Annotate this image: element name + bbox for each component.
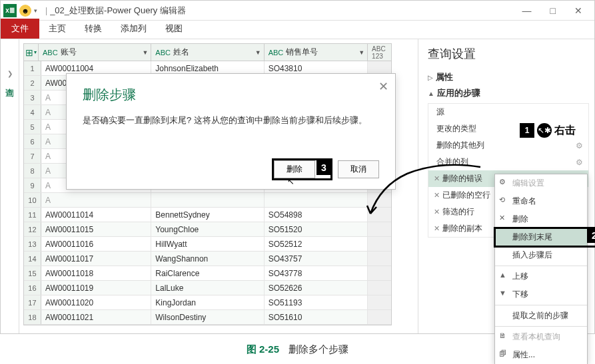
cell-extra (368, 193, 391, 207)
cell-extra (368, 237, 391, 251)
tab-file[interactable]: 文件 (1, 19, 39, 39)
section-properties[interactable]: ▷属性 (428, 71, 589, 83)
tab-home[interactable]: 主页 (39, 19, 75, 39)
context-menu-item[interactable]: 🗐属性... (495, 346, 587, 364)
type-icon: ABC (155, 49, 171, 57)
context-menu-item[interactable]: 删除到末尾2 (495, 228, 587, 246)
cell-order[interactable]: SO43757 (265, 252, 368, 266)
table-row[interactable]: 13AW00011016HillWyattSO52512 (24, 237, 391, 252)
column-overflow[interactable]: ABC 123 (368, 44, 391, 61)
cell-name[interactable] (151, 193, 264, 207)
table-row[interactable]: 15AW00011018RaiClarenceSO43778 (24, 266, 391, 281)
table-row[interactable]: 11AW00011014BennettSydneySO54898 (24, 208, 391, 222)
grid-area: ⊞▾ ABC账号▼ ABC姓名▼ ABC销售单号▼ ABC 123 1AW000… (19, 39, 418, 333)
menu-item-icon: ⚙ (499, 178, 506, 186)
delete-step-icon[interactable]: ✕ (434, 208, 440, 216)
dialog-close-icon[interactable]: ✕ (378, 79, 388, 94)
cell-name[interactable]: WilsonDestiny (151, 310, 264, 324)
menu-item-icon: ⟲ (499, 196, 505, 204)
smiley-icon[interactable]: ☻ (19, 5, 31, 17)
context-menu-item[interactable]: 插入步骤后 (495, 246, 587, 264)
table-row[interactable]: 16AW00011019LalLukeSO52626 (24, 281, 391, 295)
menu-item-label: 插入步骤后 (512, 250, 552, 260)
row-number: 14 (24, 252, 41, 266)
delete-step-icon[interactable]: ✕ (434, 191, 440, 200)
row-number: 8 (24, 164, 41, 178)
close-button[interactable]: ✕ (574, 5, 582, 16)
tab-addcolumn[interactable]: 添加列 (111, 19, 156, 39)
smiley-dropdown-icon[interactable]: ▾ (34, 7, 37, 14)
delete-step-icon[interactable]: ✕ (434, 174, 440, 183)
table-row[interactable]: 14AW00011017WangShannonSO43757 (24, 252, 391, 266)
minimize-button[interactable]: — (522, 5, 532, 16)
table-row[interactable]: 12AW00011015YoungChloeSO51520 (24, 222, 391, 237)
cell-account[interactable]: AW00011016 (41, 237, 151, 251)
cell-name[interactable]: LalLuke (151, 281, 264, 295)
cell-extra (368, 310, 391, 324)
left-rail[interactable]: ❯ 查询 (1, 39, 19, 333)
table-icon[interactable]: ⊞▾ (24, 44, 39, 61)
context-menu-item[interactable]: 提取之前的步骤 (495, 307, 587, 325)
cell-name[interactable]: YoungChloe (151, 222, 264, 236)
cell-order[interactable]: SO52512 (265, 237, 368, 251)
column-header-order[interactable]: ABC销售单号▼ (265, 44, 368, 61)
context-menu-item[interactable]: ▲上移 (495, 268, 587, 285)
cell-order[interactable]: SO51520 (265, 222, 368, 236)
callout-2: 2 (587, 228, 595, 243)
column-header-account[interactable]: ABC账号▼ (39, 44, 151, 61)
applied-step[interactable]: 源 (428, 104, 588, 120)
row-number: 7 (24, 149, 41, 163)
delete-step-icon[interactable]: ✕ (434, 224, 440, 233)
row-number: 17 (24, 295, 41, 309)
grid-header: ⊞▾ ABC账号▼ ABC姓名▼ ABC销售单号▼ ABC 123 (24, 44, 391, 61)
cell-order[interactable]: SO54898 (265, 208, 368, 222)
menu-item-label: 属性... (512, 350, 535, 359)
table-row[interactable]: 10A (24, 193, 391, 208)
table-row[interactable]: 18AW00011021WilsonDestinySO51610 (24, 310, 391, 325)
applied-step[interactable]: 删除的其他列⚙ (428, 137, 588, 154)
dialog-title: 删除步骤 (83, 86, 379, 104)
filter-dropdown-icon[interactable]: ▼ (358, 49, 364, 56)
applied-step[interactable]: 合并的列⚙ (428, 154, 588, 170)
app-window: x≣ ☻ ▾ | _02_处理数据 - Power Query 编辑器 — □ … (0, 0, 595, 334)
cell-account[interactable]: AW00011020 (41, 295, 151, 309)
step-label: 合并的列 (436, 156, 468, 168)
gear-icon[interactable]: ⚙ (576, 141, 583, 150)
cell-order[interactable] (265, 193, 368, 207)
cell-account[interactable]: AW00011015 (41, 222, 151, 236)
caption-text: 删除多个步骤 (289, 344, 348, 355)
cell-order[interactable]: SO43778 (265, 266, 368, 280)
cell-account[interactable]: A (41, 193, 151, 207)
cell-account[interactable]: AW00011018 (41, 266, 151, 280)
cell-name[interactable]: BennettSydney (151, 208, 264, 222)
section-steps[interactable]: ▲应用的步骤 (428, 87, 589, 99)
expand-queries-icon[interactable]: ❯ (3, 66, 17, 81)
cell-order[interactable]: SO52626 (265, 281, 368, 295)
table-row[interactable]: 17AW00011020KingJordanSO51193 (24, 295, 391, 310)
cell-name[interactable]: HillWyatt (151, 237, 264, 251)
step-label: 删除的错误 (442, 173, 482, 184)
cell-order[interactable]: SO51193 (265, 295, 368, 309)
context-menu: ⚙编辑设置⟲重命名✕删除删除到末尾2插入步骤后▲上移▼下移提取之前的步骤🗎查看本… (494, 174, 588, 364)
cell-account[interactable]: AW00011021 (41, 310, 151, 324)
tab-view[interactable]: 视图 (156, 19, 192, 39)
context-menu-item[interactable]: ▼下移 (495, 285, 587, 303)
cell-account[interactable]: AW00011014 (41, 208, 151, 222)
context-menu-item[interactable]: ⟲重命名 (495, 192, 587, 210)
excel-icon: x≣ (3, 4, 17, 17)
cell-account[interactable]: AW00011019 (41, 281, 151, 295)
filter-dropdown-icon[interactable]: ▼ (142, 49, 148, 56)
maximize-button[interactable]: □ (550, 5, 556, 16)
cell-name[interactable]: RaiClarence (151, 266, 264, 280)
column-header-name[interactable]: ABC姓名▼ (151, 44, 264, 61)
cell-name[interactable]: KingJordan (151, 295, 264, 309)
cancel-button[interactable]: 取消 (338, 160, 379, 178)
cell-extra (368, 222, 391, 236)
gear-icon[interactable]: ⚙ (576, 158, 583, 167)
cell-name[interactable]: WangShannon (151, 252, 264, 266)
cell-account[interactable]: AW00011017 (41, 252, 151, 266)
tab-transform[interactable]: 转换 (75, 19, 111, 39)
cell-order[interactable]: SO51610 (265, 310, 368, 324)
filter-dropdown-icon[interactable]: ▼ (255, 49, 261, 56)
context-menu-item[interactable]: ✕删除 (495, 210, 587, 228)
